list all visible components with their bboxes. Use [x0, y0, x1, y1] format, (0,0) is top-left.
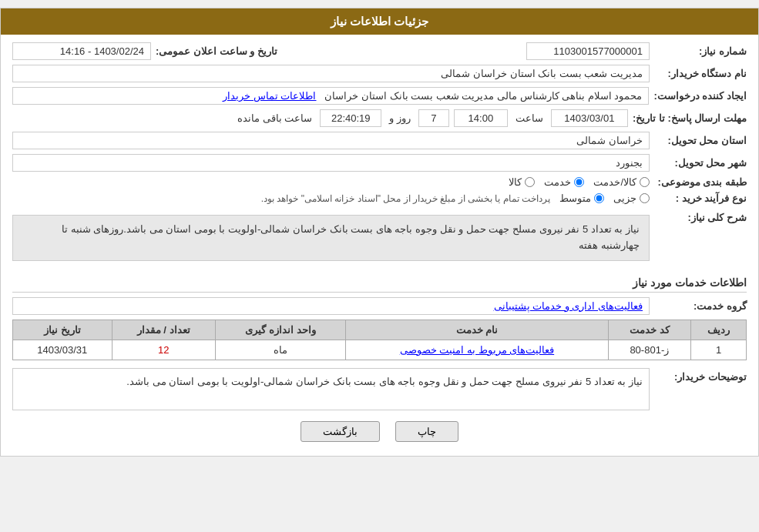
classification-radio-group: کالا/خدمت خدمت کالا: [12, 176, 650, 188]
radio-medium-input[interactable]: [594, 193, 604, 203]
print-button[interactable]: چاپ: [395, 421, 458, 442]
days-label: روز و: [386, 112, 414, 124]
response-date-value: 1403/03/01: [551, 109, 628, 127]
col-quantity: تعداد / مقدار: [112, 320, 215, 340]
radio-good-label: کالا: [509, 176, 522, 188]
requester-contact-link[interactable]: اطلاعات تماس خریدار: [223, 90, 316, 102]
radio-good[interactable]: کالا: [509, 176, 535, 188]
col-service-code: کد خدمت: [608, 320, 690, 340]
cell-service-name[interactable]: فعالیت‌های مربوط به امنیت خصوصی: [346, 340, 608, 360]
radio-service-input[interactable]: [574, 177, 584, 187]
need-number-label: شماره نیاز:: [654, 45, 747, 57]
requester-name: محمود اسلام بناهی کارشناس مالی مدیریت شع…: [324, 90, 642, 102]
services-table: ردیف کد خدمت نام خدمت واحد اندازه گیری ت…: [12, 320, 747, 360]
cell-service-code: ز-801-80: [608, 340, 690, 360]
general-desc-label: شرح کلی نیاز:: [654, 212, 747, 223]
datetime-label: تاریخ و ساعت اعلان عمومی:: [156, 45, 277, 57]
radio-partial-label: جزیی: [613, 192, 636, 204]
buyer-org-value: مدیریت شعب بست بانک استان خراسان شمالی: [12, 65, 650, 82]
delivery-city-label: شهر محل تحویل:: [654, 157, 747, 169]
radio-partial-input[interactable]: [640, 193, 650, 203]
announcement-datetime-value: 1403/02/24 - 14:16: [12, 42, 151, 60]
action-buttons: چاپ بازگشت: [12, 421, 747, 442]
time-label: ساعت: [512, 112, 546, 124]
radio-service-label: خدمت: [544, 176, 571, 188]
radio-goods-service-label: کالا/خدمت: [593, 176, 636, 188]
service-group-link[interactable]: فعالیت‌های اداری و خدمات پشتیبانی: [494, 300, 643, 312]
response-time-value: 14:00: [454, 109, 508, 127]
requester-label: ایجاد کننده درخواست:: [653, 90, 747, 102]
col-unit: واحد اندازه گیری: [215, 320, 345, 340]
buyer-org-label: نام دستگاه خریدار:: [654, 68, 747, 79]
radio-good-input[interactable]: [525, 177, 535, 187]
purchase-note: پرداخت تمام یا بخشی از مبلغ خریدار از مح…: [261, 193, 550, 204]
classification-label: طبقه بندی موضوعی:: [654, 176, 747, 188]
col-date: تاریخ نیاز: [13, 320, 113, 340]
service-group-label: گروه خدمت:: [654, 300, 747, 312]
buyer-notes-value: نیاز به تعداد 5 نفر نیروی مسلح جهت حمل و…: [12, 368, 650, 410]
radio-partial[interactable]: جزیی: [613, 192, 650, 204]
page-title: جزئیات اطلاعات نیاز: [1, 8, 758, 35]
requester-value: محمود اسلام بناهی کارشناس مالی مدیریت شع…: [12, 87, 649, 105]
hours-remaining-label: ساعت باقی مانده: [234, 112, 315, 124]
table-row: 1 ز-801-80 فعالیت‌های مربوط به امنیت خصو…: [13, 340, 747, 360]
col-service-name: نام خدمت: [346, 320, 608, 340]
cell-row-num: 1: [691, 340, 747, 360]
need-number-value: 1103001577000001: [526, 42, 650, 60]
delivery-city-value: بجنورد: [12, 154, 650, 172]
radio-medium-label: متوسط: [559, 192, 591, 204]
services-section-title: اطلاعات خدمات مورد نیاز: [12, 276, 747, 293]
buyer-notes-label: توضیحات خریدار:: [654, 371, 747, 383]
response-days-value: 7: [418, 109, 449, 127]
cell-date: 1403/03/31: [13, 340, 113, 360]
radio-goods-service[interactable]: کالا/خدمت: [593, 176, 650, 188]
cell-unit: ماه: [215, 340, 345, 360]
delivery-province-value: خراسان شمالی: [12, 132, 650, 149]
purchase-type-radio-group: جزیی متوسط پرداخت تمام یا بخشی از مبلغ خ…: [12, 192, 650, 204]
cell-quantity: 12: [112, 340, 215, 360]
response-deadline-label: مهلت ارسال پاسخ: تا تاریخ:: [633, 112, 747, 124]
delivery-province-label: استان محل تحویل:: [654, 135, 747, 146]
radio-service[interactable]: خدمت: [544, 176, 584, 188]
purchase-type-label: نوع فرآیند خرید :: [654, 192, 747, 204]
radio-goods-service-input[interactable]: [640, 177, 650, 187]
response-remaining-value: 22:40:19: [320, 109, 381, 127]
radio-medium[interactable]: متوسط: [559, 192, 604, 204]
general-desc-value: نیاز به تعداد 5 نفر نیروی مسلح جهت حمل و…: [12, 215, 650, 261]
col-row-num: ردیف: [691, 320, 747, 340]
service-group-value: فعالیت‌های اداری و خدمات پشتیبانی: [12, 297, 650, 315]
back-button[interactable]: بازگشت: [301, 421, 380, 442]
